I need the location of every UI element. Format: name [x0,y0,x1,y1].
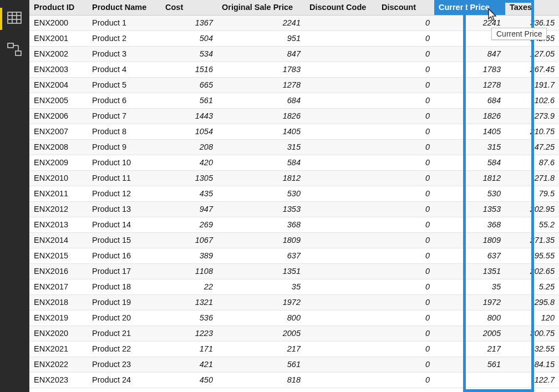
cell-original-sale-price[interactable]: 684 [217,93,305,108]
cell-taxes[interactable]: 202.65 [505,263,559,279]
cell-original-sale-price[interactable]: 35 [217,279,305,294]
cell-cost[interactable]: 22 [161,279,217,294]
cell-product-id[interactable]: ENX2011 [29,186,88,201]
cell-discount[interactable]: 0 [377,139,434,155]
cell-cost[interactable]: 1367 [161,15,217,30]
table-row[interactable]: ENX2003Product 41516178301783267.45 [29,62,559,77]
cell-product-name[interactable]: Product 8 [88,124,161,139]
cell-cost[interactable]: 536 [161,310,217,325]
cell-taxes[interactable]: 202.95 [505,201,559,217]
cell-product-id[interactable]: ENX2009 [29,155,88,170]
cell-product-id[interactable]: ENX2004 [29,77,88,93]
cell-product-id[interactable]: ENX2017 [29,279,88,294]
cell-original-sale-price[interactable]: 637 [217,248,305,263]
cell-current-price[interactable]: 315 [434,139,505,155]
table-row[interactable]: ENX2015Product 16389637063795.55 [29,248,559,263]
cell-discount-code[interactable] [305,46,377,62]
cell-taxes[interactable]: 122.7 [505,372,559,388]
cell-discount-code[interactable] [305,357,377,372]
cell-product-name[interactable]: Product 17 [88,263,161,279]
cell-taxes[interactable]: 191.7 [505,77,559,93]
table-row[interactable]: ENX2022Product 23421561056184.15 [29,357,559,372]
cell-product-id[interactable]: ENX2002 [29,46,88,62]
cell-product-name[interactable]: Product 21 [88,325,161,341]
cell-original-sale-price[interactable]: 2005 [217,325,305,341]
cell-product-name[interactable]: Product 22 [88,341,161,357]
cell-cost[interactable]: 435 [161,186,217,201]
col-header-taxes[interactable]: Taxes [505,0,559,15]
cell-original-sale-price[interactable]: 217 [217,341,305,357]
cell-current-price[interactable]: 1826 [434,108,505,124]
cell-taxes[interactable]: 95.55 [505,248,559,263]
cell-cost[interactable]: 665 [161,77,217,93]
cell-original-sale-price[interactable]: 800 [217,310,305,325]
table-row[interactable]: ENX2021Product 22171217021732.55 [29,341,559,357]
cell-product-name[interactable]: Product 23 [88,357,161,372]
cell-product-name[interactable]: Product 24 [88,372,161,388]
cell-current-price[interactable]: 1278 [434,77,505,93]
col-header-product-id[interactable]: Product ID [29,0,88,15]
cell-discount-code[interactable] [305,248,377,263]
cell-cost[interactable]: 421 [161,357,217,372]
cell-product-name[interactable]: Product 19 [88,294,161,310]
cell-discount-code[interactable] [305,279,377,294]
cell-cost[interactable]: 1223 [161,325,217,341]
col-header-product-name[interactable]: Product Name [88,0,161,15]
cell-taxes[interactable]: 32.55 [505,341,559,357]
table-row[interactable]: ENX2004Product 5665127801278191.7 [29,77,559,93]
cell-product-id[interactable]: ENX2016 [29,263,88,279]
cell-discount[interactable]: 0 [377,217,434,232]
cell-cost[interactable]: 269 [161,217,217,232]
cell-original-sale-price[interactable]: 1351 [217,263,305,279]
cell-current-price[interactable]: 1812 [434,170,505,186]
cell-cost[interactable]: 208 [161,139,217,155]
cell-original-sale-price[interactable]: 1809 [217,232,305,248]
cell-product-id[interactable]: ENX2008 [29,139,88,155]
cell-product-name[interactable]: Product 14 [88,217,161,232]
cell-taxes[interactable]: 273.9 [505,108,559,124]
cell-product-id[interactable]: ENX2015 [29,248,88,263]
cell-current-price[interactable]: 2005 [434,325,505,341]
cell-cost[interactable]: 450 [161,372,217,388]
cell-original-sale-price[interactable]: 1405 [217,124,305,139]
table-row[interactable]: ENX2020Product 211223200502005300.75 [29,325,559,341]
cell-product-id[interactable]: ENX2005 [29,93,88,108]
table-row[interactable]: ENX2019Product 205368000800120 [29,310,559,325]
table-row[interactable]: ENX2009Product 10420584058487.6 [29,155,559,170]
cell-product-id[interactable]: ENX2010 [29,170,88,186]
cell-discount[interactable]: 0 [377,248,434,263]
cell-discount[interactable]: 0 [377,170,434,186]
table-row[interactable]: ENX2014Product 151067180901809271.35 [29,232,559,248]
cell-cost[interactable]: 561 [161,93,217,108]
cell-product-name[interactable]: Product 2 [88,30,161,46]
data-view-button[interactable] [3,8,26,30]
cell-cost[interactable]: 1067 [161,232,217,248]
cell-taxes[interactable]: 210.75 [505,124,559,139]
cell-product-name[interactable]: Product 20 [88,310,161,325]
table-row[interactable]: ENX2016Product 171108135101351202.65 [29,263,559,279]
cell-discount-code[interactable] [305,310,377,325]
cell-original-sale-price[interactable]: 2241 [217,15,305,30]
cell-cost[interactable]: 1321 [161,294,217,310]
cell-product-id[interactable]: ENX2001 [29,30,88,46]
table-row[interactable]: ENX2005Product 65616840684102.6 [29,93,559,108]
cell-current-price[interactable]: 800 [434,310,505,325]
cell-product-name[interactable]: Product 11 [88,170,161,186]
table-row[interactable]: ENX2012Product 13947135301353202.95 [29,201,559,217]
table-row[interactable]: ENX2001Product 25049510142.65 [29,30,559,46]
cell-discount[interactable]: 0 [377,30,434,46]
cell-cost[interactable]: 1443 [161,108,217,124]
cell-cost[interactable]: 389 [161,248,217,263]
cell-original-sale-price[interactable]: 1972 [217,294,305,310]
table-row[interactable]: ENX2006Product 71443182601826273.9 [29,108,559,124]
cell-product-name[interactable]: Product 16 [88,248,161,263]
cell-original-sale-price[interactable]: 561 [217,357,305,372]
table-row[interactable]: ENX2007Product 81054140501405210.75 [29,124,559,139]
cell-discount[interactable]: 0 [377,325,434,341]
cell-discount-code[interactable] [305,124,377,139]
cell-original-sale-price[interactable]: 951 [217,30,305,46]
cell-taxes[interactable]: 300.75 [505,325,559,341]
cell-discount-code[interactable] [305,170,377,186]
cell-discount[interactable]: 0 [377,357,434,372]
cell-product-id[interactable]: ENX2013 [29,217,88,232]
